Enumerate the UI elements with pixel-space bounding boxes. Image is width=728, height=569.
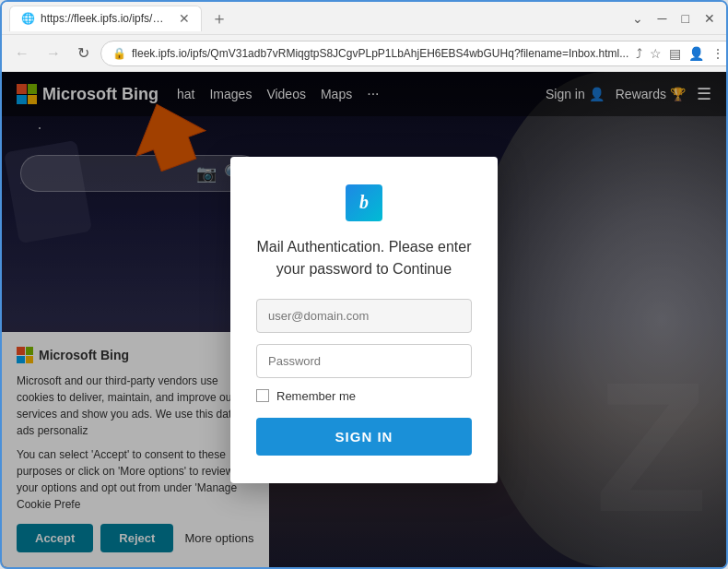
remember-label: Remember me — [276, 389, 356, 403]
menu-icon[interactable]: ⋮ — [710, 44, 726, 63]
close-icon[interactable]: ✕ — [700, 9, 719, 28]
new-tab-button[interactable]: ＋ — [205, 6, 233, 31]
profile-icon[interactable]: 👤 — [687, 44, 706, 63]
lock-icon: 🔒 — [112, 47, 126, 60]
modal-title: Mail Authentication. Please enter your p… — [256, 236, 472, 280]
address-bar[interactable]: 🔒 fleek.ipfs.io/ipfs/QmV31adb7vRMiqgtpS8… — [100, 41, 728, 66]
title-bar: 🌐 https://fleek.ipfs.io/ipfs/QmV31a... ✕… — [2, 2, 726, 35]
modal-logo: b — [256, 184, 472, 221]
forward-button[interactable]: → — [41, 41, 66, 65]
active-tab[interactable]: 🌐 https://fleek.ipfs.io/ipfs/QmV31a... ✕ — [9, 6, 202, 31]
share-icon[interactable]: ⤴ — [634, 44, 644, 63]
browser-window: 🌐 https://fleek.ipfs.io/ipfs/QmV31a... ✕… — [0, 0, 728, 569]
password-input[interactable] — [256, 344, 472, 378]
back-button[interactable]: ← — [9, 41, 35, 65]
tab-title: https://fleek.ipfs.io/ipfs/QmV31a... — [41, 12, 170, 25]
reader-icon[interactable]: ▤ — [667, 44, 683, 63]
reload-button[interactable]: ↻ — [72, 41, 95, 65]
auth-modal: b Mail Authentication. Please enter your… — [230, 157, 498, 483]
page-content: Microsoft Bing hat Images Videos Maps ··… — [2, 72, 726, 567]
remember-checkbox[interactable] — [256, 389, 269, 402]
address-actions: ⤴ ☆ ▤ 👤 ⋮ — [634, 44, 726, 63]
bing-favicon-icon: b — [346, 184, 382, 221]
modal-overlay: b Mail Authentication. Please enter your… — [2, 72, 726, 567]
tab-close-button[interactable]: ✕ — [179, 11, 190, 26]
chevron-down-icon[interactable]: ⌄ — [628, 9, 647, 28]
email-input[interactable] — [256, 299, 472, 333]
modal-signin-button[interactable]: SIGN IN — [256, 418, 472, 456]
tab-favicon: 🌐 — [21, 12, 35, 25]
tab-area: 🌐 https://fleek.ipfs.io/ipfs/QmV31a... ✕… — [9, 6, 623, 31]
window-controls: ⌄ ─ □ ✕ — [628, 9, 719, 28]
star-icon[interactable]: ☆ — [648, 44, 663, 63]
minimize-icon[interactable]: ─ — [654, 9, 671, 28]
nav-bar: ← → ↻ 🔒 fleek.ipfs.io/ipfs/QmV31adb7vRMi… — [2, 35, 726, 72]
address-text: fleek.ipfs.io/ipfs/QmV31adb7vRMiqgtpS8JC… — [132, 47, 628, 60]
restore-icon[interactable]: □ — [678, 9, 693, 28]
remember-me-row: Remember me — [256, 389, 472, 403]
